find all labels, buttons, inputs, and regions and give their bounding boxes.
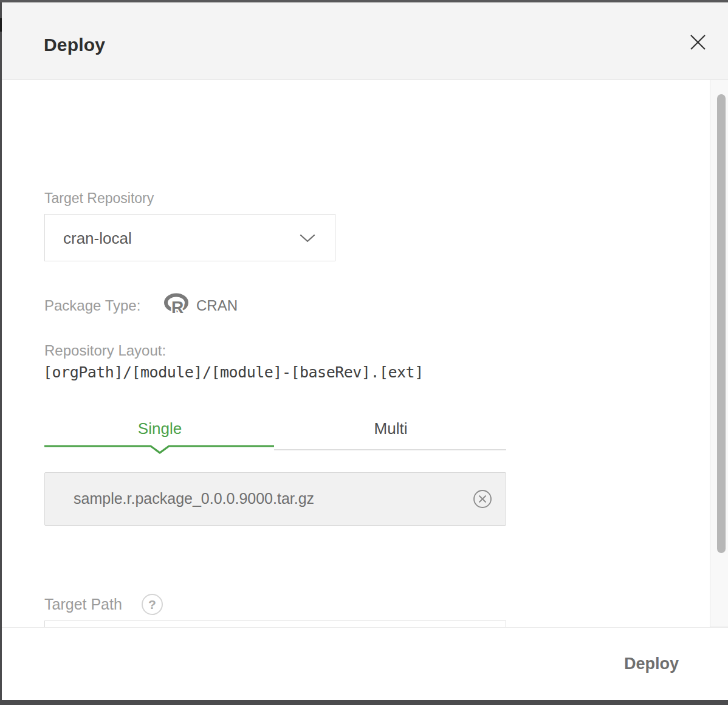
tab-single[interactable]: Single [44,419,275,438]
target-path-label: Target Path [44,596,122,613]
deploy-button[interactable]: Deploy [624,655,679,673]
close-button[interactable] [687,32,708,52]
circle-x-icon [473,489,492,509]
remove-file-button[interactable] [473,489,492,509]
repository-layout-label: Repository Layout: [44,342,166,359]
target-repository-label: Target Repository [44,190,154,207]
question-circle-icon[interactable]: ? [142,594,163,615]
modal-footer: Deploy [2,627,728,700]
page-edge-bottom [0,700,728,705]
selected-file-name: sample.r.package_0.0.0.9000.tar.gz [74,490,314,507]
repository-layout-value: [orgPath]/[module]/[module]-[baseRev].[e… [43,363,424,381]
active-tab-underline-with-notch [44,445,274,455]
package-type-label: Package Type: [44,297,140,314]
scrollbar-thumb[interactable] [717,94,726,553]
selected-file-chip: sample.r.package_0.0.0.9000.tar.gz [44,472,506,526]
r-language-logo-icon: R [163,293,191,318]
close-x-icon [690,34,706,50]
inactive-tab-underline [274,449,506,450]
deploy-dialog-screen: Deploy Target Repository cran-local Pack… [0,0,728,705]
package-type-value: CRAN [196,297,238,314]
target-repository-value: cran-local [63,229,132,248]
modal-header: Deploy [2,2,728,80]
svg-text:R: R [171,298,184,316]
target-repository-select[interactable]: cran-local [44,214,335,261]
scrollbar-track[interactable] [710,80,728,627]
tab-multi[interactable]: Multi [275,419,506,438]
modal-body: Target Repository cran-local Package Typ… [2,80,710,627]
modal-title: Deploy [44,35,105,55]
chevron-down-icon [300,234,315,245]
